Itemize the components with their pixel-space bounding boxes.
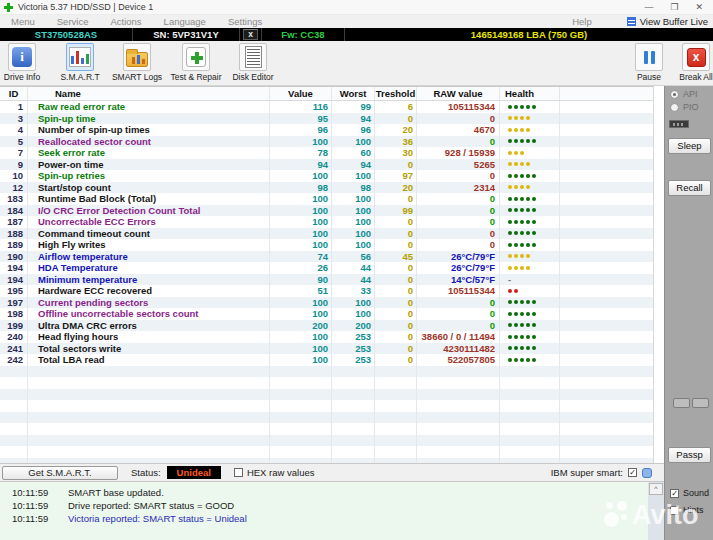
close-icon[interactable]: ✕	[695, 2, 703, 12]
cell-filler	[560, 308, 653, 320]
health-dot-icon	[526, 254, 530, 258]
cell-raw: 0	[417, 136, 500, 148]
health-dot-icon	[526, 139, 530, 143]
cell-value: 100	[270, 308, 332, 320]
table-row[interactable]: 184I/O CRC Error Detection Count Total10…	[0, 205, 653, 217]
table-row[interactable]: 195Hardware ECC recovered51330105115344	[0, 285, 653, 297]
cell-value: 26	[270, 262, 332, 274]
table-row[interactable]: 9Power-on time949405265	[0, 159, 653, 171]
health-dot-icon	[520, 266, 524, 270]
cell-value	[270, 423, 332, 435]
table-row[interactable]: 12Start/stop count9898202314	[0, 182, 653, 194]
table-row[interactable]: 10Spin-up retries100100970	[0, 170, 653, 182]
smart-logs-button[interactable]: SMART Logs	[109, 43, 165, 82]
table-row[interactable]: 189High Fly writes10010000	[0, 239, 653, 251]
cell-worst: 99	[332, 101, 375, 113]
cell-filler	[560, 101, 653, 113]
drive-info-button[interactable]: i Drive Info	[0, 43, 50, 82]
view-buffer-live-button[interactable]: View Buffer Live	[627, 16, 713, 27]
health-dot-icon	[508, 185, 512, 189]
table-row[interactable]: 198Offline uncorrectable sectors count10…	[0, 308, 653, 320]
cell-health	[500, 262, 560, 274]
cell-raw	[417, 412, 500, 424]
health-dot-icon	[508, 174, 512, 178]
minimize-icon[interactable]: —	[644, 2, 653, 12]
cell-health	[500, 389, 560, 401]
hex-raw-values-checkbox[interactable]: HEX raw values	[234, 467, 315, 478]
health-dot-icon	[520, 231, 524, 235]
cell-raw: 4230111482	[417, 343, 500, 355]
cell-value: 100	[270, 297, 332, 309]
table-row[interactable]: 190Airflow temperature74564526°C/79°F	[0, 251, 653, 263]
table-row[interactable]: 188Command timeout count10010000	[0, 228, 653, 240]
small-right-button[interactable]	[692, 398, 709, 408]
table-row[interactable]: 194Minimum temperature9044014°C/57°F-	[0, 274, 653, 286]
cell-name	[28, 412, 270, 424]
cell-value	[270, 366, 332, 378]
sleep-button[interactable]: Sleep	[668, 138, 711, 154]
smart-button[interactable]: S.M.A.R.T	[52, 43, 108, 82]
table-row[interactable]: 242Total LBA read1002530522057805	[0, 354, 653, 366]
smart-table: ID Name Value Worst Treshold RAW value H…	[0, 86, 653, 463]
small-left-button[interactable]	[673, 398, 690, 408]
pio-radio[interactable]: PIO	[670, 102, 699, 112]
recall-button[interactable]: Recall	[668, 180, 711, 196]
cell-value	[270, 400, 332, 412]
table-row[interactable]: 240Head flying hours100253038660 / 0 / 1…	[0, 331, 653, 343]
menu-item[interactable]: Settings	[217, 16, 273, 27]
health-dot-icon	[508, 105, 512, 109]
header-health[interactable]: Health	[500, 87, 560, 100]
cell-worst: 94	[332, 113, 375, 125]
cell-value: 100	[270, 331, 332, 343]
api-radio[interactable]: API	[670, 89, 698, 99]
header-raw[interactable]: RAW value	[417, 87, 500, 100]
table-row[interactable]: 7Seek error rate786030928 / 15939	[0, 147, 653, 159]
header-worst[interactable]: Worst	[332, 87, 375, 100]
ibm-super-smart-checkbox[interactable]: IBM super smart: ✓	[551, 467, 652, 478]
header-name[interactable]: Name	[28, 87, 270, 100]
disk-editor-button[interactable]: Disk Editor	[225, 43, 281, 82]
health-dot-icon	[514, 105, 518, 109]
menu-item[interactable]: Language	[153, 16, 217, 27]
drive-firmware: Fw: CC38	[262, 28, 345, 41]
cell-health	[500, 354, 560, 366]
hints-checkbox[interactable]: Hints	[670, 505, 704, 515]
cell-health	[500, 182, 560, 194]
scroll-up-icon[interactable]: ^	[649, 483, 663, 495]
table-row[interactable]: 5Reallocated sector count100100360	[0, 136, 653, 148]
cell-health	[500, 251, 560, 263]
table-row[interactable]: 183Runtime Bad Block (Total)10010000	[0, 193, 653, 205]
drive-close-button[interactable]: x	[243, 29, 258, 40]
health-dot-icon	[508, 139, 512, 143]
header-treshold[interactable]: Treshold	[375, 87, 417, 100]
health-dot-icon	[508, 358, 512, 362]
header-value[interactable]: Value	[270, 87, 332, 100]
menu-item-help[interactable]: Help	[561, 16, 603, 27]
header-id[interactable]: ID	[0, 87, 28, 100]
test-repair-button[interactable]: Test & Repair	[168, 43, 224, 82]
menu-item[interactable]: Actions	[99, 16, 152, 27]
table-row[interactable]: 3Spin-up time959400	[0, 113, 653, 125]
victoria-app-icon	[4, 3, 13, 12]
log-scrollbar[interactable]: ^	[648, 481, 664, 540]
menu-item[interactable]: Menu	[0, 16, 46, 27]
table-scrollbar-track[interactable]	[653, 86, 664, 463]
health-dot-icon	[520, 162, 524, 166]
get-smart-button[interactable]: Get S.M.A.R.T.	[2, 466, 118, 480]
table-row[interactable]: 194HDA Temperature2644026°C/79°F	[0, 262, 653, 274]
maximize-icon[interactable]: ❐	[670, 2, 678, 12]
sound-checkbox[interactable]: ✓ Sound	[670, 488, 709, 498]
table-row[interactable]: 4Number of spin-up times9696204670	[0, 124, 653, 136]
cell-health	[500, 113, 560, 125]
table-row[interactable]: 199Ultra DMA CRC errors20020000	[0, 320, 653, 332]
table-row[interactable]: 197Current pending sectors10010000	[0, 297, 653, 309]
passp-button[interactable]: Passp	[668, 447, 711, 463]
cell-filler	[560, 136, 653, 148]
menu-item[interactable]: Service	[46, 16, 100, 27]
table-row[interactable]: 187Uncorrectable ECC Errors10010000	[0, 216, 653, 228]
table-row[interactable]: 1Raw read error rate116996105115344	[0, 101, 653, 113]
cell-treshold: 0	[375, 113, 417, 125]
view-buffer-label: View Buffer Live	[640, 16, 708, 27]
table-row[interactable]: 241Total sectors write10025304230111482	[0, 343, 653, 355]
break-all-button[interactable]: x Break All	[668, 43, 713, 82]
